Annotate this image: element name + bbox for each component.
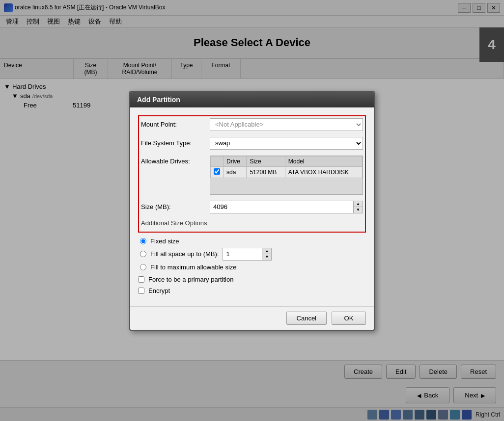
filesystem-type-select[interactable]: swap ext4 ext3 <box>210 137 363 150</box>
allowable-drives-control: Drive Size Model <box>210 156 363 195</box>
ok-button[interactable]: OK <box>332 312 366 325</box>
fill-all-spinner-buttons: ▲ ▼ <box>262 248 272 261</box>
encrypt-row: Encrypt <box>138 287 366 294</box>
fill-max-row: Fill to maximum allowable size <box>140 263 366 271</box>
drives-col-model: Model <box>285 156 362 166</box>
size-spinner-wrapper: ▲ ▼ <box>210 201 363 213</box>
modal-body: Mount Point: <Not Applicable> File Syste… <box>130 107 374 306</box>
fill-all-radio[interactable] <box>140 251 146 257</box>
mount-point-select-wrapper: <Not Applicable> <box>210 118 363 131</box>
drives-table: Drive Size Model <box>210 156 363 178</box>
primary-partition-row: Force to be a primary partition <box>138 276 366 283</box>
additional-size-options-label: Additional Size Options <box>141 219 363 227</box>
allowable-drives-row: Allowable Drives: Drive Size Model <box>141 156 363 195</box>
encrypt-label: Encrypt <box>148 287 170 294</box>
modal-title: Add Partition <box>137 96 180 104</box>
fill-max-radio[interactable] <box>140 264 146 270</box>
modal-overlay: Add Partition Mount Point: <Not Applicab… <box>0 0 504 421</box>
fill-all-label: Fill all space up to (MB): <box>150 250 219 258</box>
drives-col-size: Size <box>247 156 285 166</box>
red-border-section: Mount Point: <Not Applicable> File Syste… <box>138 115 366 233</box>
encrypt-checkbox[interactable] <box>138 288 144 294</box>
mount-point-label: Mount Point: <box>141 121 210 128</box>
modal-footer: Cancel OK <box>130 306 374 330</box>
fixed-size-radio[interactable] <box>140 238 146 244</box>
fill-all-input[interactable] <box>223 248 262 261</box>
filesystem-type-row: File System Type: swap ext4 ext3 <box>141 137 363 150</box>
fill-all-spinner-wrapper: ▲ ▼ <box>223 248 272 261</box>
filesystem-select-wrapper: swap ext4 ext3 <box>210 137 363 150</box>
fill-all-decrement-button[interactable]: ▼ <box>262 254 271 260</box>
drive-checkbox-cell <box>211 166 224 178</box>
filesystem-type-label: File System Type: <box>141 139 210 147</box>
fill-all-increment-button[interactable]: ▲ <box>262 248 271 254</box>
modal-title-bar: Add Partition <box>130 92 374 107</box>
fixed-size-label: Fixed size <box>150 237 179 245</box>
size-spinner-buttons: ▲ ▼ <box>353 201 363 213</box>
allowable-drives-label: Allowable Drives: <box>141 156 210 165</box>
drive-size-cell: 51200 MB <box>247 166 285 178</box>
size-decrement-button[interactable]: ▼ <box>354 207 363 213</box>
primary-partition-label: Force to be a primary partition <box>148 276 233 283</box>
size-options-group: Fixed size Fill all space up to (MB): ▲ … <box>138 237 366 271</box>
add-partition-dialog: Add Partition Mount Point: <Not Applicab… <box>129 91 375 331</box>
mount-point-control: <Not Applicable> <box>210 118 363 131</box>
cancel-button[interactable]: Cancel <box>286 312 327 325</box>
primary-partition-checkbox[interactable] <box>138 276 144 283</box>
size-row: Size (MB): ▲ ▼ <box>141 201 363 213</box>
filesystem-type-control: swap ext4 ext3 <box>210 137 363 150</box>
fixed-size-row: Fixed size <box>140 237 366 245</box>
mount-point-select[interactable]: <Not Applicable> <box>210 118 363 131</box>
drive-name-cell: sda <box>224 166 247 178</box>
fill-max-label: Fill to maximum allowable size <box>150 263 237 271</box>
size-input[interactable] <box>210 201 353 213</box>
size-increment-button[interactable]: ▲ <box>354 201 363 207</box>
drive-row: sda 51200 MB ATA VBOX HARDDISK <box>211 166 363 178</box>
mount-point-row: Mount Point: <Not Applicable> <box>141 118 363 131</box>
drive-model-cell: ATA VBOX HARDDISK <box>285 166 362 178</box>
size-control: ▲ ▼ <box>210 201 363 213</box>
drives-col-radio <box>211 156 224 166</box>
fill-all-row: Fill all space up to (MB): ▲ ▼ <box>140 248 366 261</box>
size-label: Size (MB): <box>141 203 210 210</box>
drive-checkbox-sda[interactable] <box>214 168 220 175</box>
drives-area: Drive Size Model <box>210 156 363 195</box>
drives-col-drive: Drive <box>224 156 247 166</box>
